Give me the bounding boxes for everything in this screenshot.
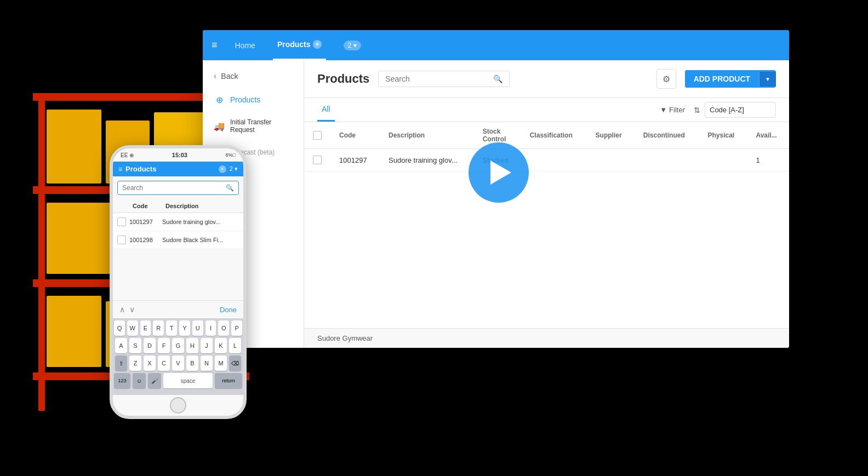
key-v[interactable]: V bbox=[172, 355, 184, 371]
key-h[interactable]: H bbox=[186, 338, 198, 353]
key-i[interactable]: I bbox=[205, 320, 216, 336]
nav-badge[interactable]: 2 ▾ bbox=[344, 41, 361, 50]
key-b[interactable]: B bbox=[186, 355, 198, 371]
phone-table-header: Code Description bbox=[113, 199, 243, 213]
key-e[interactable]: E bbox=[140, 320, 151, 336]
toolbar-next-icon[interactable]: ∨ bbox=[129, 305, 135, 314]
right-panel: Products 🔍 ⚙ ADD PRODUCT ▼ bbox=[304, 60, 789, 348]
filter-icon: ▼ bbox=[660, 106, 667, 114]
tab-close-icon[interactable]: ✕ bbox=[313, 40, 322, 49]
phone-search-input[interactable] bbox=[122, 184, 226, 192]
transfer-icon: 🚚 bbox=[214, 121, 225, 131]
add-product-arrow-icon[interactable]: ▼ bbox=[759, 72, 776, 87]
phone-row-desc-2: Sudore Black Slim Fi... bbox=[162, 237, 239, 243]
phone-col-code: Code bbox=[133, 203, 165, 209]
phone-nav-badge[interactable]: 2 ▾ bbox=[230, 165, 238, 173]
cell-description: Sudore training glov... bbox=[380, 149, 474, 171]
filter-button[interactable]: ▼ Filter bbox=[655, 101, 689, 118]
supplier-label: Sudore Gymwear bbox=[317, 334, 373, 342]
phone-row-checkbox-2[interactable] bbox=[117, 236, 126, 244]
col-description: Description bbox=[380, 122, 474, 149]
key-g[interactable]: G bbox=[172, 338, 184, 353]
sidebar-item-transfer[interactable]: 🚚 Initial Transfer Request bbox=[203, 112, 304, 140]
search-box[interactable]: 🔍 bbox=[378, 71, 510, 87]
key-f[interactable]: F bbox=[158, 338, 170, 353]
cell-classification bbox=[521, 149, 587, 171]
key-123[interactable]: 123 bbox=[114, 373, 130, 388]
keyboard-row-2: A S D F G H J K L bbox=[114, 338, 242, 353]
key-mic[interactable]: 🎤 bbox=[148, 373, 161, 388]
key-backspace[interactable]: ⌫ bbox=[229, 355, 241, 371]
key-r[interactable]: R bbox=[153, 320, 164, 336]
keyboard-row-3: ⇧ Z X C V B N M ⌫ bbox=[114, 355, 242, 371]
phone-screen: EE ⊕ 15:03 6%□ ≡ Products ✕ 2 ▾ 🔍 Code D bbox=[113, 148, 243, 416]
add-product-label: ADD PRODUCT bbox=[685, 70, 759, 88]
header-checkbox[interactable] bbox=[313, 131, 322, 140]
key-a[interactable]: A bbox=[115, 338, 127, 353]
phone-row-checkbox-1[interactable] bbox=[117, 217, 126, 226]
phone-row-desc-1: Sudore training glov... bbox=[162, 219, 239, 225]
sidebar-back-button[interactable]: ‹ Back bbox=[203, 65, 304, 88]
keyboard-row-bottom: 123 ☺ 🎤 space return bbox=[114, 373, 242, 388]
phone-keyboard: Q W E R T Y U I O P A S D F G H J K L bbox=[113, 318, 243, 395]
key-k[interactable]: K bbox=[215, 338, 227, 353]
toolbar-prev-icon[interactable]: ∧ bbox=[119, 305, 125, 314]
key-emoji[interactable]: ☺ bbox=[133, 373, 146, 388]
phone-search-row: 🔍 bbox=[113, 176, 243, 199]
search-input[interactable] bbox=[385, 74, 493, 83]
phone-done-button[interactable]: Done bbox=[220, 306, 237, 314]
key-m[interactable]: M bbox=[215, 355, 227, 371]
key-o[interactable]: O bbox=[218, 320, 229, 336]
key-c[interactable]: C bbox=[158, 355, 170, 371]
bottom-bar: Sudore Gymwear bbox=[304, 328, 789, 348]
phone-home-button[interactable] bbox=[170, 397, 186, 414]
products-icon: ⊕ bbox=[214, 94, 225, 105]
sort-select[interactable]: Code [A-Z] bbox=[705, 102, 776, 118]
svg-rect-10 bbox=[47, 203, 112, 274]
key-q[interactable]: Q bbox=[114, 320, 125, 336]
key-x[interactable]: X bbox=[144, 355, 156, 371]
col-supplier: Supplier bbox=[587, 122, 635, 149]
svg-rect-6 bbox=[47, 110, 101, 183]
nav-tab-products[interactable]: Products ✕ bbox=[273, 30, 326, 60]
cell-supplier bbox=[587, 149, 635, 171]
key-d[interactable]: D bbox=[144, 338, 156, 353]
add-product-button[interactable]: ADD PRODUCT ▼ bbox=[685, 70, 776, 88]
play-icon bbox=[490, 160, 511, 185]
sort-button[interactable]: ⇅ bbox=[689, 101, 705, 119]
panel-header: Products 🔍 ⚙ ADD PRODUCT ▼ bbox=[304, 60, 789, 98]
phone-nav-close-icon[interactable]: ✕ bbox=[219, 165, 226, 173]
hamburger-icon[interactable]: ≡ bbox=[212, 39, 218, 51]
key-return[interactable]: return bbox=[215, 373, 242, 388]
settings-button[interactable]: ⚙ bbox=[656, 69, 676, 89]
table-header-row: Code Description StockControl Classifica… bbox=[304, 122, 789, 149]
key-shift[interactable]: ⇧ bbox=[115, 355, 127, 371]
table-row[interactable]: 1001297 Sudore training glov... Stocked … bbox=[304, 149, 789, 171]
sidebar-item-products[interactable]: ⊕ Products bbox=[203, 88, 304, 112]
search-icon[interactable]: 🔍 bbox=[493, 74, 502, 83]
main-content: ‹ Back ⊕ Products 🚚 Initial Transfer Req… bbox=[203, 60, 789, 348]
phone-table-row-2[interactable]: 1001298 Sudore Black Slim Fi... bbox=[113, 231, 243, 249]
key-t[interactable]: T bbox=[166, 320, 177, 336]
key-space[interactable]: space bbox=[163, 373, 213, 388]
key-u[interactable]: U bbox=[192, 320, 203, 336]
key-s[interactable]: S bbox=[129, 338, 141, 353]
play-button[interactable] bbox=[469, 142, 529, 203]
phone-nav: ≡ Products ✕ 2 ▾ bbox=[113, 162, 243, 176]
key-w[interactable]: W bbox=[127, 320, 138, 336]
nav-tab-home[interactable]: Home bbox=[231, 30, 260, 60]
key-y[interactable]: Y bbox=[179, 320, 190, 336]
phone-table-row-1[interactable]: 1001297 Sudore training glov... bbox=[113, 213, 243, 231]
key-z[interactable]: Z bbox=[129, 355, 141, 371]
phone-hamburger-icon[interactable]: ≡ bbox=[118, 165, 122, 173]
phone-toolbar: ∧ ∨ Done bbox=[113, 300, 243, 318]
key-l[interactable]: L bbox=[229, 338, 241, 353]
cell-available: 1 bbox=[747, 149, 789, 171]
key-p[interactable]: P bbox=[231, 320, 242, 336]
tab-all[interactable]: All bbox=[317, 98, 335, 122]
key-n[interactable]: N bbox=[201, 355, 213, 371]
key-j[interactable]: J bbox=[201, 338, 213, 353]
row-checkbox[interactable] bbox=[313, 156, 322, 164]
svg-rect-13 bbox=[47, 296, 101, 367]
phone-search-box[interactable]: 🔍 bbox=[117, 181, 239, 195]
